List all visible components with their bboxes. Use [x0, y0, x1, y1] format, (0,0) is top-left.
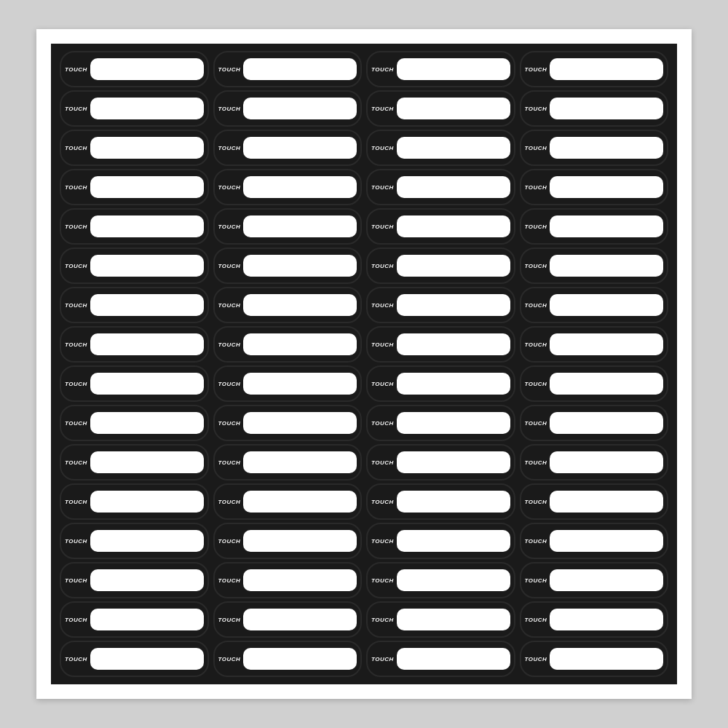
write-bar	[90, 176, 204, 197]
label-sticker: TOUCH	[60, 169, 209, 205]
label-sticker: TOUCH	[213, 208, 363, 245]
write-bar	[550, 491, 663, 512]
label-sticker: TOUCH	[60, 562, 209, 598]
write-bar	[397, 137, 510, 158]
write-bar	[243, 215, 357, 237]
label-sticker: TOUCH	[520, 326, 669, 363]
write-bar	[397, 58, 510, 79]
touch-label: TOUCH	[525, 184, 547, 191]
touch-label: TOUCH	[218, 263, 241, 269]
write-bar	[397, 373, 510, 394]
write-bar	[397, 412, 510, 433]
label-sticker: TOUCH	[520, 523, 669, 559]
write-bar	[550, 569, 663, 590]
write-bar	[550, 176, 663, 197]
label-sticker: TOUCH	[520, 405, 669, 441]
label-sticker: TOUCH	[366, 444, 515, 480]
touch-label: TOUCH	[371, 106, 394, 112]
touch-label: TOUCH	[525, 656, 547, 662]
label-sticker: TOUCH	[366, 90, 515, 127]
write-bar	[243, 176, 357, 197]
touch-label: TOUCH	[525, 302, 547, 309]
write-bar	[397, 333, 510, 355]
label-sticker: TOUCH	[213, 287, 363, 323]
write-bar	[243, 412, 357, 433]
label-sticker: TOUCH	[366, 51, 515, 87]
write-bar	[90, 215, 204, 237]
touch-label: TOUCH	[65, 420, 87, 427]
write-bar	[243, 255, 357, 276]
label-sticker: TOUCH	[213, 169, 363, 205]
label-sticker: TOUCH	[213, 601, 363, 638]
touch-label: TOUCH	[218, 656, 241, 662]
write-bar	[243, 569, 357, 590]
touch-label: TOUCH	[65, 145, 87, 151]
write-bar	[90, 333, 204, 355]
label-sticker: TOUCH	[213, 248, 363, 284]
touch-label: TOUCH	[525, 381, 547, 387]
label-sticker: TOUCH	[520, 51, 669, 87]
write-bar	[550, 294, 663, 315]
touch-label: TOUCH	[371, 302, 394, 309]
touch-label: TOUCH	[65, 617, 87, 623]
touch-label: TOUCH	[218, 341, 241, 348]
touch-label: TOUCH	[65, 184, 87, 191]
label-sticker: TOUCH	[520, 562, 669, 598]
label-sticker: TOUCH	[60, 405, 209, 441]
write-bar	[243, 58, 357, 79]
touch-label: TOUCH	[525, 341, 547, 348]
touch-label: TOUCH	[525, 538, 547, 545]
write-bar	[90, 412, 204, 433]
write-bar	[397, 98, 510, 119]
label-sticker: TOUCH	[366, 365, 515, 402]
touch-label: TOUCH	[371, 617, 394, 623]
touch-label: TOUCH	[65, 538, 87, 545]
label-sticker: TOUCH	[213, 405, 363, 441]
touch-label: TOUCH	[218, 223, 241, 230]
label-sticker: TOUCH	[520, 601, 669, 638]
touch-label: TOUCH	[65, 263, 87, 269]
label-sticker: TOUCH	[60, 208, 209, 245]
write-bar	[550, 255, 663, 276]
touch-label: TOUCH	[218, 106, 241, 112]
write-bar	[243, 294, 357, 315]
sticker-sheet: TOUCHTOUCHTOUCHTOUCHTOUCHTOUCHTOUCHTOUCH…	[51, 44, 677, 684]
label-sticker: TOUCH	[213, 483, 363, 520]
label-sticker: TOUCH	[213, 641, 363, 677]
touch-label: TOUCH	[65, 381, 87, 387]
touch-label: TOUCH	[218, 66, 241, 73]
write-bar	[550, 215, 663, 237]
label-sticker: TOUCH	[366, 405, 515, 441]
label-sticker: TOUCH	[60, 248, 209, 284]
write-bar	[550, 451, 663, 472]
write-bar	[243, 98, 357, 119]
write-bar	[550, 648, 663, 669]
label-sticker: TOUCH	[60, 287, 209, 323]
label-sticker: TOUCH	[520, 365, 669, 402]
label-sticker: TOUCH	[366, 169, 515, 205]
label-sticker: TOUCH	[520, 130, 669, 166]
label-sticker: TOUCH	[366, 326, 515, 363]
touch-label: TOUCH	[65, 106, 87, 112]
touch-label: TOUCH	[525, 223, 547, 230]
write-bar	[243, 648, 357, 669]
write-bar	[397, 648, 510, 669]
touch-label: TOUCH	[371, 538, 394, 545]
label-sticker: TOUCH	[520, 483, 669, 520]
write-bar	[243, 137, 357, 158]
write-bar	[90, 58, 204, 79]
touch-label: TOUCH	[218, 420, 241, 427]
write-bar	[243, 333, 357, 355]
touch-label: TOUCH	[65, 459, 87, 466]
touch-label: TOUCH	[525, 617, 547, 623]
label-sticker: TOUCH	[520, 208, 669, 245]
write-bar	[243, 609, 357, 630]
write-bar	[550, 98, 663, 119]
label-sticker: TOUCH	[366, 208, 515, 245]
write-bar	[397, 569, 510, 590]
label-sticker: TOUCH	[60, 523, 209, 559]
write-bar	[397, 176, 510, 197]
touch-label: TOUCH	[525, 66, 547, 73]
touch-label: TOUCH	[371, 184, 394, 191]
touch-label: TOUCH	[65, 302, 87, 309]
